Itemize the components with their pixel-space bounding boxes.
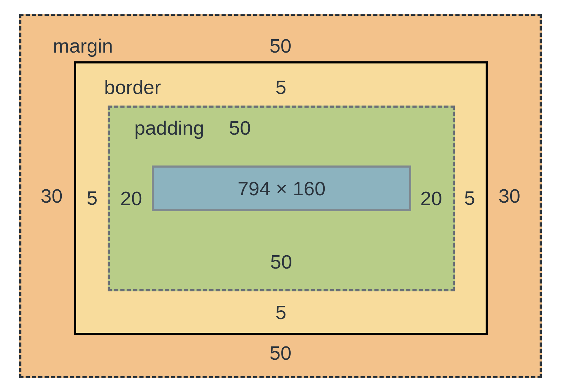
padding-label: padding — [134, 118, 204, 138]
border-region: border 5 5 5 5 padding 50 50 20 20 794 ×… — [74, 61, 488, 335]
margin-top-value: 50 — [270, 36, 291, 56]
border-left-value: 5 — [87, 188, 97, 208]
box-model-diagram: margin 50 50 30 30 border 5 5 5 5 paddin… — [19, 14, 542, 378]
margin-label: margin — [53, 36, 113, 56]
content-dimensions: 794 × 160 — [238, 177, 326, 200]
border-top-value: 5 — [275, 77, 286, 97]
border-bottom-value: 5 — [275, 303, 286, 322]
margin-right-value: 30 — [499, 186, 520, 206]
padding-region: padding 50 50 20 20 794 × 160 — [108, 106, 455, 291]
border-right-value: 5 — [464, 188, 475, 208]
padding-right-value: 20 — [420, 189, 442, 208]
margin-region: margin 50 50 30 30 border 5 5 5 5 paddin… — [19, 14, 542, 378]
margin-left-value: 30 — [41, 186, 62, 206]
border-label: border — [104, 77, 161, 97]
padding-bottom-value: 50 — [270, 252, 292, 272]
content-region: 794 × 160 — [152, 165, 411, 211]
padding-top-value: 50 — [229, 118, 251, 138]
margin-bottom-value: 50 — [270, 343, 291, 363]
padding-left-value: 20 — [120, 189, 142, 208]
